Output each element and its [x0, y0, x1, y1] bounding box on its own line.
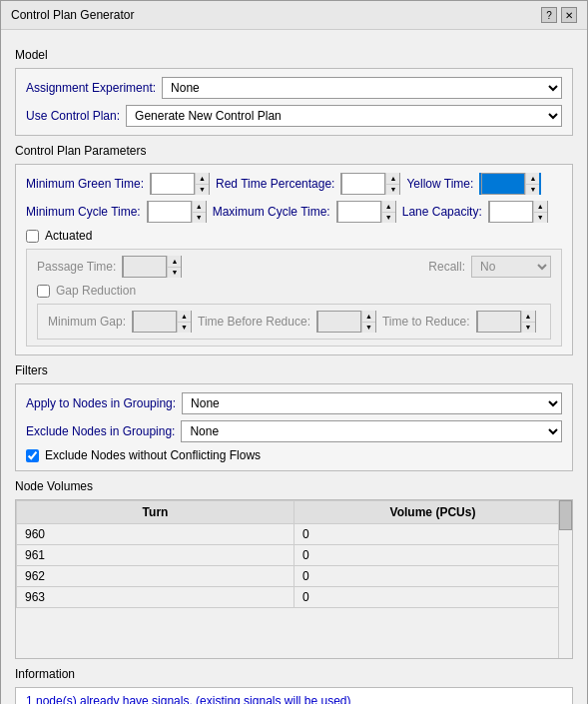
- col-turn: Turn: [17, 501, 294, 524]
- dialog-control-plan-generator: Control Plan Generator ? ✕ Model Assignm…: [0, 0, 588, 704]
- params-row-1: Minimum Green Time: 5 ▲ ▼ Red Time Perce…: [26, 173, 562, 195]
- assignment-experiment-select[interactable]: None: [162, 77, 562, 99]
- cell-volume: 0: [294, 566, 572, 587]
- passage-time-input[interactable]: 3,00: [123, 256, 167, 278]
- table-row: 962 0: [17, 566, 572, 587]
- exclude-no-conflict-row: Exclude Nodes without Conflicting Flows: [26, 448, 562, 462]
- min-cycle-spinner[interactable]: 60 ▲ ▼: [147, 201, 207, 223]
- yellow-time-down[interactable]: ▼: [526, 185, 539, 196]
- node-volumes-table-container: Turn Volume (PCUs) 960 0 961 0 962 0 963…: [15, 499, 573, 659]
- yellow-time-input[interactable]: 3: [481, 173, 525, 195]
- actuated-checkbox-row: Actuated: [26, 229, 562, 243]
- lane-capacity-up[interactable]: ▲: [534, 201, 547, 213]
- red-time-pct-input[interactable]: 50: [341, 173, 385, 195]
- time-before-reduce-input[interactable]: 0,00: [317, 311, 361, 333]
- model-section-label: Model: [15, 48, 573, 62]
- max-cycle-label: Maximum Cycle Time:: [213, 205, 330, 219]
- info-section: 1 node(s) already have signals. (existin…: [15, 687, 573, 704]
- lane-capacity-spinner[interactable]: 1800 ▲ ▼: [488, 201, 548, 223]
- yellow-time-up[interactable]: ▲: [526, 173, 539, 185]
- time-to-reduce-up[interactable]: ▲: [522, 311, 535, 323]
- gap-reduction-checkbox-row: Gap Reduction: [37, 284, 551, 298]
- gap-reduction-checkbox[interactable]: [37, 285, 50, 298]
- passage-recall-row: Passage Time: 3,00 ▲ ▼ Recall: No: [37, 256, 551, 278]
- min-green-up[interactable]: ▲: [196, 173, 209, 185]
- help-icon-button[interactable]: ?: [541, 7, 557, 23]
- min-cycle-down[interactable]: ▼: [193, 213, 206, 224]
- table-row: 960 0: [17, 524, 572, 545]
- exclude-nodes-select[interactable]: None: [181, 420, 562, 442]
- cell-turn: 962: [17, 566, 294, 587]
- filters-section-label: Filters: [15, 363, 573, 377]
- actuated-section: Passage Time: 3,00 ▲ ▼ Recall: No: [26, 249, 562, 347]
- time-to-reduce-label: Time to Reduce:: [382, 315, 470, 329]
- yellow-time-label: Yellow Time:: [406, 177, 473, 191]
- use-control-plan-row: Use Control Plan: Generate New Control P…: [26, 105, 562, 127]
- time-to-reduce-input[interactable]: 0,00: [477, 311, 521, 333]
- min-green-spinner[interactable]: 5 ▲ ▼: [150, 173, 210, 195]
- min-gap-down[interactable]: ▼: [178, 323, 191, 334]
- max-cycle-input[interactable]: 180: [337, 201, 381, 223]
- cell-volume: 0: [294, 524, 572, 545]
- actuated-checkbox[interactable]: [26, 230, 39, 243]
- min-cycle-input[interactable]: 60: [148, 201, 192, 223]
- dialog-content: Model Assignment Experiment: None Use Co…: [1, 30, 587, 704]
- recall-label: Recall:: [428, 260, 465, 274]
- red-time-pct-label: Red Time Percentage:: [216, 177, 334, 191]
- filters-section: Apply to Nodes in Grouping: None Exclude…: [15, 383, 573, 471]
- assignment-experiment-label: Assignment Experiment:: [26, 81, 156, 95]
- lane-capacity-down[interactable]: ▼: [534, 213, 547, 224]
- max-cycle-up[interactable]: ▲: [382, 201, 395, 213]
- gap-section: Minimum Gap: 0,00 ▲ ▼ Time Before Reduce…: [37, 304, 551, 340]
- min-green-label: Minimum Green Time:: [26, 177, 144, 191]
- min-gap-spinner[interactable]: 0,00 ▲ ▼: [132, 311, 192, 333]
- passage-time-spinner[interactable]: 3,00 ▲ ▼: [122, 256, 182, 278]
- recall-select[interactable]: No: [471, 256, 551, 278]
- time-before-reduce-spinner[interactable]: 0,00 ▲ ▼: [316, 311, 376, 333]
- node-volumes-table: Turn Volume (PCUs) 960 0 961 0 962 0 963…: [16, 500, 572, 608]
- use-control-plan-select[interactable]: Generate New Control Plan: [126, 105, 562, 127]
- exclude-nodes-row: Exclude Nodes in Grouping: None: [26, 420, 562, 442]
- control-plan-params-label: Control Plan Parameters: [15, 144, 573, 158]
- cell-turn: 961: [17, 545, 294, 566]
- title-bar-buttons: ? ✕: [541, 7, 577, 23]
- time-before-reduce-up[interactable]: ▲: [362, 311, 375, 323]
- assignment-experiment-row: Assignment Experiment: None: [26, 77, 562, 99]
- close-button[interactable]: ✕: [561, 7, 577, 23]
- cell-volume: 0: [294, 587, 572, 608]
- apply-nodes-select[interactable]: None: [182, 392, 562, 414]
- passage-time-down[interactable]: ▼: [168, 268, 181, 279]
- apply-nodes-label: Apply to Nodes in Grouping:: [26, 396, 176, 410]
- min-green-input[interactable]: 5: [151, 173, 195, 195]
- exclude-no-conflict-checkbox[interactable]: [26, 449, 39, 462]
- lane-capacity-input[interactable]: 1800: [489, 201, 533, 223]
- min-gap-up[interactable]: ▲: [178, 311, 191, 323]
- time-to-reduce-down[interactable]: ▼: [522, 323, 535, 334]
- min-cycle-label: Minimum Cycle Time:: [26, 205, 141, 219]
- time-before-reduce-down[interactable]: ▼: [362, 323, 375, 334]
- red-time-pct-down[interactable]: ▼: [386, 185, 399, 196]
- min-cycle-up[interactable]: ▲: [193, 201, 206, 213]
- max-cycle-down[interactable]: ▼: [382, 213, 395, 224]
- table-row: 961 0: [17, 545, 572, 566]
- cell-turn: 963: [17, 587, 294, 608]
- passage-time-up[interactable]: ▲: [168, 256, 181, 268]
- info-text: 1 node(s) already have signals. (existin…: [26, 694, 351, 704]
- time-to-reduce-spinner[interactable]: 0,00 ▲ ▼: [476, 311, 536, 333]
- yellow-time-spinner[interactable]: 3 ▲ ▼: [479, 173, 541, 195]
- cell-turn: 960: [17, 524, 294, 545]
- gap-row: Minimum Gap: 0,00 ▲ ▼ Time Before Reduce…: [48, 311, 540, 333]
- red-time-pct-spinner[interactable]: 50 ▲ ▼: [340, 173, 400, 195]
- apply-nodes-row: Apply to Nodes in Grouping: None: [26, 392, 562, 414]
- node-volumes-label: Node Volumes: [15, 479, 573, 493]
- col-volume: Volume (PCUs): [294, 501, 572, 524]
- use-control-plan-label: Use Control Plan:: [26, 109, 120, 123]
- title-bar: Control Plan Generator ? ✕: [1, 1, 587, 30]
- max-cycle-spinner[interactable]: 180 ▲ ▼: [336, 201, 396, 223]
- red-time-pct-up[interactable]: ▲: [386, 173, 399, 185]
- min-gap-input[interactable]: 0,00: [133, 311, 177, 333]
- min-green-down[interactable]: ▼: [196, 185, 209, 196]
- cell-volume: 0: [294, 545, 572, 566]
- scrollbar-track[interactable]: [558, 500, 572, 658]
- scrollbar-thumb[interactable]: [559, 500, 572, 530]
